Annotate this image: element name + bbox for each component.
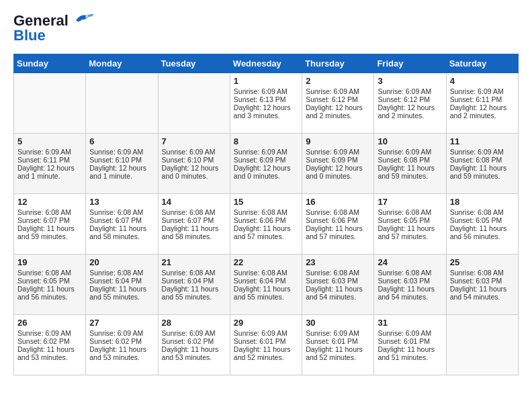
calendar-cell: 28Sunrise: 6:09 AMSunset: 6:02 PMDayligh… (158, 315, 230, 375)
day-info-line: Sunrise: 6:09 AM (450, 148, 515, 156)
day-number: 4 (450, 76, 515, 86)
day-info-line: Sunset: 6:04 PM (162, 277, 226, 285)
day-info-line: Daylight: 11 hours and 56 minutes. (17, 285, 82, 301)
day-number: 26 (17, 318, 82, 328)
calendar-cell: 31Sunrise: 6:09 AMSunset: 6:01 PMDayligh… (374, 315, 446, 375)
weekday-header-thursday: Thursday (302, 54, 374, 73)
day-number: 13 (89, 197, 154, 207)
weekday-header-monday: Monday (86, 54, 158, 73)
calendar-cell: 19Sunrise: 6:08 AMSunset: 6:05 PMDayligh… (14, 255, 86, 315)
calendar-cell: 17Sunrise: 6:08 AMSunset: 6:05 PMDayligh… (374, 194, 446, 255)
day-info-line: Sunrise: 6:08 AM (234, 208, 298, 216)
logo-bird-icon (70, 12, 94, 26)
day-info-line: Daylight: 11 hours and 57 minutes. (378, 224, 442, 240)
day-info-line: Sunrise: 6:08 AM (17, 208, 82, 216)
day-info-line: Daylight: 11 hours and 56 minutes. (450, 224, 515, 240)
day-info-line: Sunrise: 6:08 AM (162, 269, 226, 277)
day-info-line: Sunset: 6:05 PM (450, 216, 515, 224)
day-info-line: Sunset: 6:02 PM (17, 337, 82, 345)
day-info-line: Daylight: 12 hours and 0 minutes. (234, 164, 298, 180)
day-info-line: Sunrise: 6:09 AM (162, 329, 226, 337)
calendar-cell: 23Sunrise: 6:08 AMSunset: 6:03 PMDayligh… (302, 255, 374, 315)
day-info-line: Daylight: 11 hours and 55 minutes. (89, 285, 154, 301)
calendar-cell: 18Sunrise: 6:08 AMSunset: 6:05 PMDayligh… (446, 194, 518, 255)
calendar-cell: 2Sunrise: 6:09 AMSunset: 6:12 PMDaylight… (302, 73, 374, 134)
day-info-line: Sunrise: 6:09 AM (234, 87, 298, 95)
weekday-header-wednesday: Wednesday (230, 54, 302, 73)
day-info-line: Sunrise: 6:09 AM (306, 148, 370, 156)
calendar-cell: 12Sunrise: 6:08 AMSunset: 6:07 PMDayligh… (14, 194, 86, 255)
day-number: 5 (17, 136, 82, 146)
page-header: GeneralBlue (13, 13, 519, 43)
day-info-line: Sunset: 6:11 PM (450, 95, 515, 103)
calendar-cell: 6Sunrise: 6:09 AMSunset: 6:10 PMDaylight… (86, 134, 158, 194)
day-number: 18 (450, 197, 515, 207)
day-info-line: Daylight: 11 hours and 53 minutes. (89, 345, 154, 361)
day-info-line: Sunrise: 6:09 AM (450, 87, 515, 95)
calendar-cell: 30Sunrise: 6:09 AMSunset: 6:01 PMDayligh… (302, 315, 374, 375)
calendar-cell: 10Sunrise: 6:09 AMSunset: 6:08 PMDayligh… (374, 134, 446, 194)
day-number: 8 (234, 136, 298, 146)
day-info-line: Daylight: 11 hours and 58 minutes. (162, 224, 226, 240)
day-info-line: Daylight: 11 hours and 55 minutes. (234, 285, 298, 301)
calendar-cell: 5Sunrise: 6:09 AMSunset: 6:11 PMDaylight… (14, 134, 86, 194)
day-number: 9 (306, 136, 370, 146)
day-info-line: Sunset: 6:07 PM (162, 216, 226, 224)
day-info-line: Sunrise: 6:08 AM (450, 208, 515, 216)
day-info-line: Sunrise: 6:09 AM (162, 148, 226, 156)
day-info-line: Daylight: 11 hours and 54 minutes. (450, 285, 515, 301)
calendar-cell: 20Sunrise: 6:08 AMSunset: 6:04 PMDayligh… (86, 255, 158, 315)
day-info-line: Sunset: 6:01 PM (234, 337, 298, 345)
day-info-line: Sunset: 6:12 PM (306, 95, 370, 103)
day-number: 23 (306, 257, 370, 267)
day-info-line: Sunset: 6:05 PM (17, 277, 82, 285)
calendar-cell: 26Sunrise: 6:09 AMSunset: 6:02 PMDayligh… (14, 315, 86, 375)
day-number: 28 (162, 318, 226, 328)
calendar-cell: 4Sunrise: 6:09 AMSunset: 6:11 PMDaylight… (446, 73, 518, 134)
day-number: 12 (17, 197, 82, 207)
day-number: 16 (306, 197, 370, 207)
day-info-line: Sunrise: 6:09 AM (306, 87, 370, 95)
day-number: 17 (378, 197, 442, 207)
day-info-line: Daylight: 11 hours and 54 minutes. (306, 285, 370, 301)
weekday-header-friday: Friday (374, 54, 446, 73)
day-info-line: Sunrise: 6:08 AM (17, 269, 82, 277)
day-info-line: Sunset: 6:05 PM (378, 216, 442, 224)
day-info-line: Sunset: 6:01 PM (306, 337, 370, 345)
calendar-cell: 24Sunrise: 6:08 AMSunset: 6:03 PMDayligh… (374, 255, 446, 315)
day-info-line: Daylight: 11 hours and 52 minutes. (234, 345, 298, 361)
day-info-line: Sunrise: 6:08 AM (450, 269, 515, 277)
day-info-line: Daylight: 12 hours and 0 minutes. (306, 164, 370, 180)
day-info-line: Sunrise: 6:09 AM (378, 87, 442, 95)
day-info-line: Sunset: 6:07 PM (89, 216, 154, 224)
day-number: 24 (378, 257, 442, 267)
day-number: 25 (450, 257, 515, 267)
day-number: 22 (234, 257, 298, 267)
day-info-line: Sunset: 6:11 PM (17, 156, 82, 164)
calendar-cell: 3Sunrise: 6:09 AMSunset: 6:12 PMDaylight… (374, 73, 446, 134)
day-info-line: Sunset: 6:04 PM (89, 277, 154, 285)
day-info-line: Sunset: 6:04 PM (234, 277, 298, 285)
calendar-cell (446, 315, 518, 375)
day-number: 29 (234, 318, 298, 328)
day-info-line: Sunset: 6:01 PM (378, 337, 442, 345)
day-info-line: Sunrise: 6:09 AM (89, 148, 154, 156)
day-info-line: Sunrise: 6:09 AM (17, 329, 82, 337)
day-info-line: Sunset: 6:08 PM (378, 156, 442, 164)
day-info-line: Sunset: 6:06 PM (234, 216, 298, 224)
day-number: 3 (378, 76, 442, 86)
calendar-week-row: 1Sunrise: 6:09 AMSunset: 6:13 PMDaylight… (14, 73, 519, 134)
calendar-cell: 9Sunrise: 6:09 AMSunset: 6:09 PMDaylight… (302, 134, 374, 194)
weekday-header-row: SundayMondayTuesdayWednesdayThursdayFrid… (14, 54, 519, 73)
calendar-cell: 25Sunrise: 6:08 AMSunset: 6:03 PMDayligh… (446, 255, 518, 315)
day-info-line: Sunset: 6:13 PM (234, 95, 298, 103)
day-number: 14 (162, 197, 226, 207)
day-info-line: Daylight: 11 hours and 53 minutes. (17, 345, 82, 361)
calendar-table: SundayMondayTuesdayWednesdayThursdayFrid… (13, 54, 519, 375)
day-number: 19 (17, 257, 82, 267)
day-info-line: Daylight: 12 hours and 2 minutes. (306, 103, 370, 120)
calendar-cell: 14Sunrise: 6:08 AMSunset: 6:07 PMDayligh… (158, 194, 230, 255)
day-info-line: Sunset: 6:09 PM (306, 156, 370, 164)
day-info-line: Sunset: 6:02 PM (162, 337, 226, 345)
day-info-line: Sunset: 6:03 PM (378, 277, 442, 285)
